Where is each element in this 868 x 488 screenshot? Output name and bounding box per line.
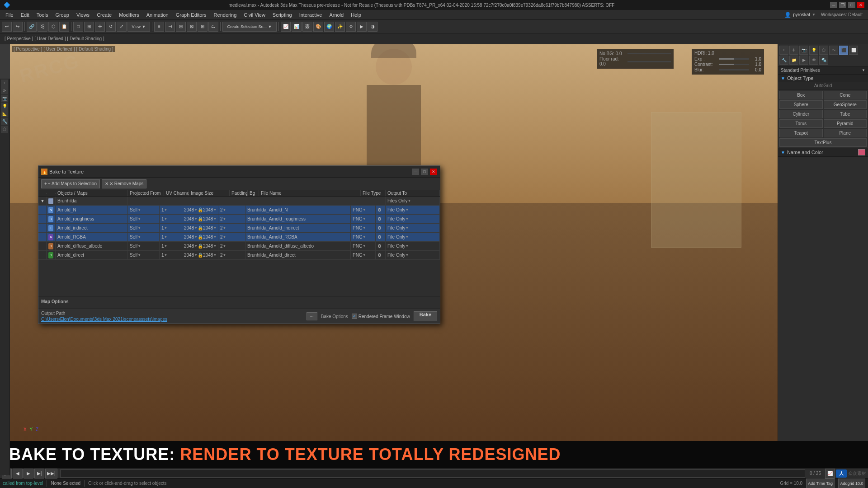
group-files-only[interactable]: Files Only ▼: [386, 197, 440, 205]
row-imgsize-4[interactable]: 2048 ▼ 🔒 2048 ▼: [182, 233, 218, 241]
menu-arnold[interactable]: Arnold: [326, 11, 347, 19]
row-filetype-3[interactable]: PNG ▼: [351, 224, 376, 232]
row-proj-6[interactable]: Self ▼: [128, 251, 160, 259]
spacing-button[interactable]: ⊠: [187, 22, 197, 32]
plane-button[interactable]: Plane: [824, 129, 867, 137]
select-by-name-button[interactable]: 📋: [59, 22, 69, 32]
rv-geometry-btn[interactable]: ⬛: [839, 46, 848, 55]
rv-space-warp-btn[interactable]: 〜: [829, 46, 838, 55]
table-row-arnold-direct[interactable]: D Arnold_direct Self ▼ 1 ▼ 2048 ▼ 🔒 2048…: [38, 251, 440, 260]
render-button[interactable]: 🖼: [302, 22, 312, 32]
menu-views[interactable]: Views: [73, 11, 93, 19]
left-icon-5[interactable]: 📐: [1, 110, 8, 117]
menu-file[interactable]: File: [2, 11, 17, 19]
lock-icon-5[interactable]: 🔒: [198, 244, 203, 249]
floor-rad-slider[interactable]: [627, 61, 671, 62]
row-settings-5[interactable]: ⚙: [376, 242, 386, 250]
row-imgsize-5[interactable]: 2048 ▼ 🔒 2048 ▼: [182, 242, 218, 250]
menu-help[interactable]: Help: [347, 11, 365, 19]
torus-button[interactable]: Torus: [779, 119, 823, 128]
browse-button[interactable]: ···: [307, 312, 317, 320]
table-row-arnold-diffuse-albedo[interactable]: D Arnold_diffuse_albedo Self ▼ 1 ▼ 2048 …: [38, 242, 440, 251]
row-pad-4[interactable]: 2 ▼: [218, 233, 234, 241]
close-button[interactable]: ✕: [857, 2, 864, 8]
row-pad-2[interactable]: 2 ▼: [218, 215, 234, 223]
rv-hierarchy-btn[interactable]: 📁: [789, 56, 798, 65]
left-icon-1[interactable]: +: [1, 80, 8, 87]
contrast-slider[interactable]: [719, 64, 749, 65]
menu-interactive[interactable]: Interactive: [296, 11, 326, 19]
rendered-frame-window-checkbox[interactable]: ✓ Rendered Frame Window: [352, 314, 410, 319]
lock-icon-3[interactable]: 🔒: [198, 225, 203, 230]
row-output-3[interactable]: File Only ▼: [386, 224, 440, 232]
menu-edit[interactable]: Edit: [17, 11, 33, 19]
row-settings-6[interactable]: ⚙: [376, 251, 386, 259]
blur-slider[interactable]: [719, 69, 749, 70]
standard-primitives-header[interactable]: Standard Primitives ▼: [778, 66, 868, 75]
row-output-1[interactable]: File Only ▼: [386, 206, 440, 214]
group-expand[interactable]: ▼: [38, 197, 47, 205]
environment-button[interactable]: 🌍: [324, 22, 334, 32]
pyramid-button[interactable]: Pyramid: [824, 119, 867, 128]
restore-button[interactable]: ❐: [839, 2, 846, 8]
name-and-color-section[interactable]: ▼ Name and Color: [778, 148, 868, 157]
files-only-dropdown[interactable]: ▼: [407, 199, 411, 203]
row-uv-2[interactable]: 1 ▼: [160, 215, 182, 223]
row-filetype-2[interactable]: PNG ▼: [351, 215, 376, 223]
ref-coord-dropdown[interactable]: View ▼: [127, 22, 150, 32]
curve-editor-button[interactable]: 📈: [281, 22, 291, 32]
no-bg-slider[interactable]: [627, 53, 671, 54]
mirror-button[interactable]: ⊣: [165, 22, 175, 32]
rv-shape-btn[interactable]: ⬜: [849, 46, 858, 55]
table-row-arnold-roughness[interactable]: R Arnold_roughness Self ▼ 1 ▼ 2048 ▼ 🔒 2…: [38, 215, 440, 224]
rv-move-btn[interactable]: ✛: [789, 46, 798, 55]
cylinder-button[interactable]: Cylinder: [779, 110, 823, 118]
row-pad-1[interactable]: 2 ▼: [218, 206, 234, 214]
row-uv-1[interactable]: 1 ▼: [160, 206, 182, 214]
row-filetype-1[interactable]: PNG ▼: [351, 206, 376, 214]
row-output-6[interactable]: File Only ▼: [386, 251, 440, 259]
sphere-button[interactable]: Sphere: [779, 100, 823, 109]
manage-layers-button[interactable]: 🗂: [208, 22, 218, 32]
rv-display-btn[interactable]: 👁: [809, 56, 818, 65]
quick-align-button[interactable]: ⊞: [198, 22, 208, 32]
row-imgsize-3[interactable]: 2048 ▼ 🔒 2048 ▼: [182, 224, 218, 232]
undo-button[interactable]: ↩: [2, 22, 12, 32]
render-setup-button[interactable]: ⚙: [346, 22, 356, 32]
time-controls-play[interactable]: ▶: [24, 469, 33, 479]
maximize-button[interactable]: □: [848, 2, 855, 8]
rv-camera-btn[interactable]: 📷: [799, 46, 808, 55]
row-imgsize-1[interactable]: 2048 ▼ 🔒 2048 ▼: [182, 206, 218, 214]
layer-button[interactable]: ≡: [154, 22, 164, 32]
lock-icon-6[interactable]: 🔒: [198, 253, 203, 258]
rv-modifier-btn[interactable]: 🔧: [779, 56, 788, 65]
menu-modifiers[interactable]: Modifiers: [115, 11, 143, 19]
minimize-button[interactable]: ─: [830, 2, 837, 8]
table-row-arnold-rgba[interactable]: A Arnold_RGBA Self ▼ 1 ▼ 2048 ▼ 🔒 2048 ▼…: [38, 233, 440, 242]
left-icon-6[interactable]: 🔧: [1, 118, 8, 125]
addgrid-btn[interactable]: Addgrid 10.0: [838, 479, 865, 488]
redo-button[interactable]: ↪: [13, 22, 23, 32]
rv-helper-btn[interactable]: ⬡: [819, 46, 828, 55]
rv-utilities-btn[interactable]: 🔩: [819, 56, 828, 65]
row-settings-3[interactable]: ⚙: [376, 224, 386, 232]
object-type-section[interactable]: ▼ Object Type: [778, 75, 868, 82]
rotate-button[interactable]: ↺: [106, 22, 116, 32]
rv-motion-btn[interactable]: ▶: [799, 56, 808, 65]
row-settings-4[interactable]: ⚙: [376, 233, 386, 241]
effect-button[interactable]: ✨: [335, 22, 345, 32]
active-shade-button[interactable]: ◑: [368, 22, 377, 32]
dropdown-chevron[interactable]: ▼: [862, 68, 865, 72]
remove-maps-button[interactable]: ✕ ✕ Remove Maps: [102, 179, 146, 188]
lock-icon-2[interactable]: 🔒: [198, 216, 203, 221]
rv-add-btn[interactable]: +: [779, 46, 788, 55]
menu-animation[interactable]: Animation: [143, 11, 172, 19]
menu-group[interactable]: Group: [52, 11, 73, 19]
rect-select-button[interactable]: □: [73, 22, 83, 32]
row-filetype-6[interactable]: PNG ▼: [351, 251, 376, 259]
row-pad-5[interactable]: 2 ▼: [218, 242, 234, 250]
lock-icon-4[interactable]: 🔒: [198, 235, 203, 239]
left-icon-3[interactable]: 📷: [1, 95, 8, 102]
menu-scripting[interactable]: Scripting: [269, 11, 296, 19]
menu-graph-editors[interactable]: Graph Editors: [172, 11, 210, 19]
